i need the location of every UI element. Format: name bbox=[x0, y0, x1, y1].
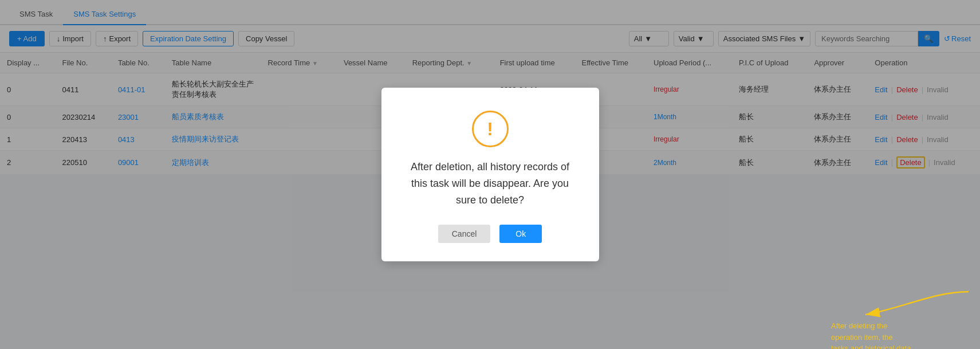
modal-message: After deletion, all history records of t… bbox=[402, 159, 578, 208]
modal-actions: Cancel Ok bbox=[402, 225, 578, 243]
modal-overlay: ! After deletion, all history records of… bbox=[0, 0, 980, 349]
confirm-modal: ! After deletion, all history records of… bbox=[381, 88, 599, 261]
page-wrapper: SMS Task SMS Task Settings + Add ↓ Impor… bbox=[0, 0, 980, 349]
modal-cancel-button[interactable]: Cancel bbox=[438, 225, 491, 243]
modal-warning-icon: ! bbox=[472, 111, 509, 147]
modal-ok-button[interactable]: Ok bbox=[499, 225, 542, 243]
